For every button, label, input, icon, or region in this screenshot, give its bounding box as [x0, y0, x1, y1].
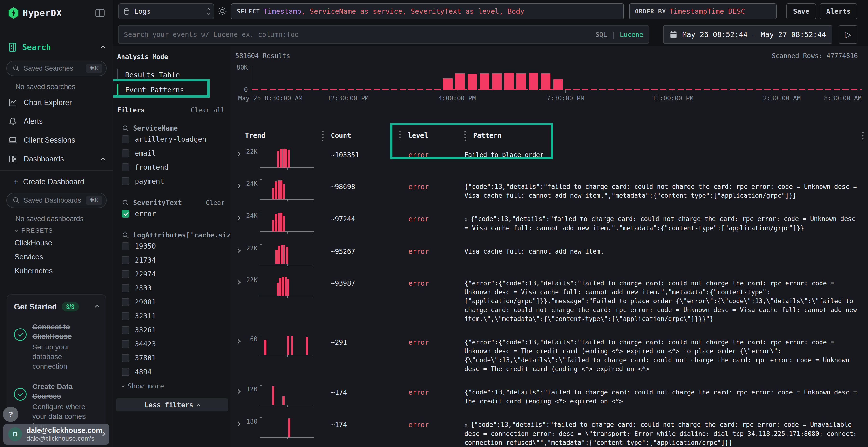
- histogram-bar[interactable]: [467, 74, 477, 90]
- sidebar-collapse-icon[interactable]: [94, 7, 105, 19]
- checkbox[interactable]: [122, 298, 129, 306]
- search-icon[interactable]: [122, 125, 129, 132]
- table-row[interactable]: 180 ~174 error x{"code":13,"details":"fa…: [235, 412, 863, 447]
- sidebar-item-search[interactable]: Search: [0, 36, 113, 58]
- filter-option[interactable]: error: [113, 207, 231, 220]
- expand-chevron-icon[interactable]: [235, 242, 245, 253]
- checkbox[interactable]: [122, 326, 129, 334]
- table-row[interactable]: 22K ~95267 error Visa cache full: cannot…: [235, 239, 863, 271]
- histogram-bar[interactable]: [504, 73, 514, 90]
- date-range-picker[interactable]: May 26 08:52:44 - May 27 08:52:44: [663, 25, 832, 44]
- expand-chevron-icon[interactable]: [235, 415, 245, 426]
- clear-all-filters-button[interactable]: Clear all: [191, 106, 225, 114]
- expand-chevron-icon[interactable]: [235, 333, 245, 344]
- histogram-bar[interactable]: [480, 73, 489, 90]
- checkbox[interactable]: [122, 270, 129, 278]
- checkbox[interactable]: [122, 368, 129, 376]
- table-row[interactable]: 24K ~98698 error {"code":13,"details":"f…: [235, 174, 863, 206]
- save-button[interactable]: Save: [786, 3, 816, 19]
- event-search-input[interactable]: [124, 31, 591, 38]
- preset-clickhouse[interactable]: ClickHouse: [0, 236, 113, 250]
- expand-chevron-icon[interactable]: [235, 274, 245, 285]
- filter-option[interactable]: artillery-loadgen: [113, 132, 231, 146]
- checkbox[interactable]: [122, 340, 129, 348]
- checkbox[interactable]: [122, 149, 129, 157]
- orderby-input[interactable]: ORDER BY TimestampTime DESC: [629, 3, 777, 19]
- alerts-button[interactable]: Alerts: [819, 3, 858, 19]
- checkbox[interactable]: [122, 284, 129, 292]
- help-button[interactable]: ?: [3, 407, 18, 422]
- lucene-mode-toggle[interactable]: Lucene: [620, 31, 643, 38]
- create-dashboard-button[interactable]: + Create Dashboard: [0, 171, 113, 190]
- search-icon[interactable]: [122, 199, 129, 206]
- chevron-up-icon[interactable]: [101, 154, 105, 163]
- checkbox[interactable]: [122, 163, 129, 171]
- checkbox[interactable]: [122, 242, 129, 250]
- filter-option[interactable]: 33261: [113, 323, 231, 337]
- header-level[interactable]: level: [399, 130, 464, 141]
- table-row[interactable]: 120 ~174 error {"code":13,"details":"fai…: [235, 380, 863, 412]
- expand-chevron-icon[interactable]: [235, 210, 245, 220]
- drag-handle-icon[interactable]: [322, 130, 323, 141]
- filter-option[interactable]: 4894: [113, 365, 231, 379]
- histogram-bar[interactable]: [529, 73, 538, 90]
- sidebar-item-chart-explorer[interactable]: Chart Explorer: [0, 93, 113, 112]
- sidebar-item-client-sessions[interactable]: Client Sessions: [0, 131, 113, 149]
- user-menu[interactable]: D dale@clickhouse.com dale@clickhouse.co…: [3, 424, 110, 445]
- chevron-up-icon[interactable]: [96, 304, 99, 309]
- checkbox[interactable]: [122, 354, 129, 362]
- filter-option[interactable]: 32311: [113, 309, 231, 323]
- get-started-item[interactable]: Create Data SourcesConfigure where your …: [14, 382, 99, 431]
- clear-filter-button[interactable]: Clear: [206, 199, 225, 206]
- mode-results-table[interactable]: Results Table: [113, 69, 231, 81]
- mode-event-patterns[interactable]: Event Patterns: [113, 83, 231, 96]
- source-settings-gear-icon[interactable]: [217, 6, 227, 16]
- sidebar-item-dashboards[interactable]: Dashboards: [0, 149, 113, 168]
- filter-option[interactable]: 34423: [113, 337, 231, 351]
- preset-kubernetes[interactable]: Kubernetes: [0, 264, 113, 278]
- less-filters-button[interactable]: Less filters: [116, 398, 228, 411]
- sidebar-item-alerts[interactable]: Alerts: [0, 112, 113, 131]
- histogram-bar[interactable]: [492, 73, 501, 90]
- run-query-button[interactable]: ▷: [839, 25, 858, 44]
- checkbox[interactable]: [122, 312, 129, 320]
- sql-mode-toggle[interactable]: SQL: [595, 31, 607, 38]
- chevron-up-icon[interactable]: [101, 44, 105, 50]
- filter-option[interactable]: 37801: [113, 351, 231, 365]
- histogram-bar[interactable]: [455, 73, 465, 90]
- expand-chevron-icon[interactable]: [235, 146, 245, 157]
- checkbox[interactable]: [122, 256, 129, 264]
- table-row[interactable]: 24K ~97244 error x{"code":13,"details":"…: [235, 206, 863, 239]
- collapse-x-icon[interactable]: x: [464, 216, 467, 222]
- presets-toggle[interactable]: PRESETS: [0, 223, 113, 236]
- select-query-input[interactable]: SELECT Timestamp, ServiceName as service…: [231, 3, 624, 19]
- filter-option[interactable]: 21734: [113, 253, 231, 267]
- table-row[interactable]: 22K ~93987 error {"error":{"code":13,"de…: [235, 271, 863, 330]
- filter-option[interactable]: 2333: [113, 281, 231, 295]
- histogram-bar[interactable]: [553, 79, 563, 90]
- results-histogram[interactable]: 80K 0 May 26 8:30:00 AM12:30:00 PM4:00:0…: [252, 67, 862, 90]
- get-started-item[interactable]: Connect to ClickHouseSet up your databas…: [14, 322, 99, 371]
- checkbox[interactable]: [122, 177, 129, 185]
- search-icon[interactable]: [122, 232, 129, 239]
- table-options-kebab-icon[interactable]: [862, 131, 864, 140]
- header-trend[interactable]: Trend: [245, 132, 322, 139]
- drag-handle-icon[interactable]: [464, 130, 466, 141]
- filter-option[interactable]: frontend: [113, 160, 231, 174]
- filter-option[interactable]: email: [113, 146, 231, 160]
- histogram-bar[interactable]: [443, 78, 452, 90]
- filter-option[interactable]: payment: [113, 174, 231, 188]
- checkbox[interactable]: [122, 135, 129, 143]
- drag-handle-icon[interactable]: [399, 130, 401, 141]
- table-row[interactable]: 60 ~291 error {"error":{"code":13,"detai…: [235, 330, 863, 380]
- saved-dashboards-input[interactable]: Saved Dashboards ⌘K: [6, 193, 106, 208]
- expand-chevron-icon[interactable]: [235, 383, 245, 394]
- filter-option[interactable]: 29081: [113, 295, 231, 309]
- show-more-button[interactable]: Show more: [113, 379, 231, 390]
- table-row[interactable]: 22K ~103351 error Failed to place order: [235, 142, 863, 174]
- collapse-x-icon[interactable]: x: [464, 422, 467, 428]
- saved-searches-input[interactable]: Saved Searches ⌘K: [6, 61, 106, 76]
- source-select[interactable]: Logs: [118, 3, 214, 19]
- expand-chevron-icon[interactable]: [235, 177, 245, 188]
- preset-services[interactable]: Services: [0, 250, 113, 264]
